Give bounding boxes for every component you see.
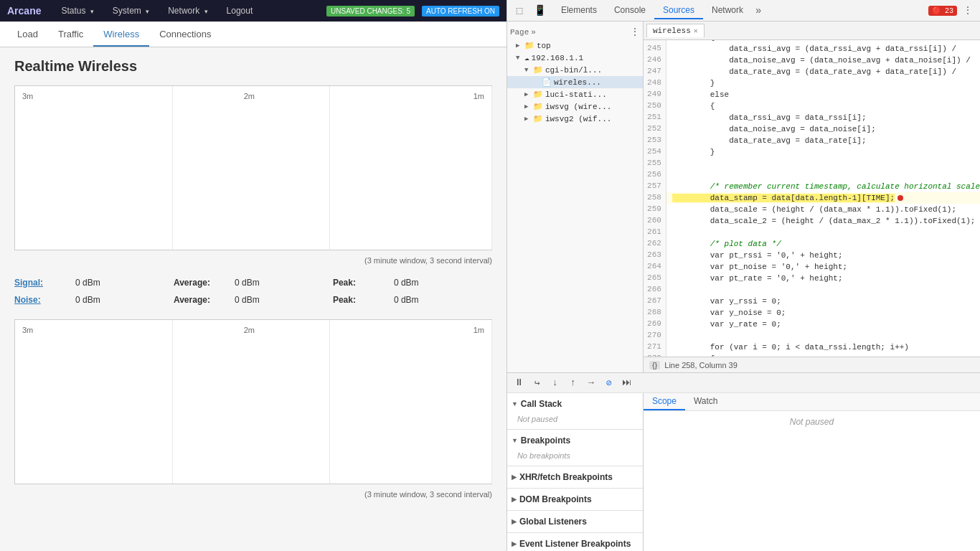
code-line-270: 270	[644, 330, 980, 342]
line-number[interactable]: 251	[644, 112, 666, 123]
line-number[interactable]: 259	[644, 204, 666, 215]
line-number[interactable]: 265	[644, 273, 666, 284]
line-number[interactable]: 270	[644, 330, 666, 342]
global-title[interactable]: ▶ Global Listeners	[512, 514, 639, 529]
devtools-inspect-btn[interactable]: ⬚	[511, 2, 528, 19]
tree-luci[interactable]: ▶ 📁 luci-stati...	[507, 88, 643, 100]
code-line-266: 266	[644, 284, 980, 296]
code-line-256: 256	[644, 169, 980, 181]
line-number[interactable]: 267	[644, 296, 666, 307]
file-tree: Page » ⋮ ▶ 📁 top ▼ ☁ 192.168.1.1 ▼ 📁 cgi…	[507, 22, 644, 372]
line-number[interactable]: 252	[644, 123, 666, 135]
line-number[interactable]: 249	[644, 89, 666, 100]
devtools-tab-elements[interactable]: Elements	[552, 2, 606, 19]
debug-step-out-btn[interactable]: ↑	[565, 375, 581, 391]
chart2-label-left: 3m	[22, 326, 33, 334]
line-number[interactable]: 253	[644, 135, 666, 146]
line-content: /* remember current timestamp, calculate…	[666, 181, 980, 192]
tab-traffic[interactable]: Traffic	[48, 23, 93, 47]
line-number[interactable]: 258	[644, 192, 666, 204]
line-number[interactable]: 263	[644, 250, 666, 261]
devtools-device-btn[interactable]: 📱	[532, 2, 549, 19]
global-arrow: ▶	[512, 518, 517, 525]
devtools-tab-sources[interactable]: Sources	[654, 2, 703, 19]
scope-tab[interactable]: Scope	[644, 393, 685, 410]
breakpoints-title[interactable]: ▼ Breakpoints	[512, 433, 639, 448]
line-number[interactable]: 271	[644, 342, 666, 353]
file-tab-wireless[interactable]: wireless ✕	[646, 24, 705, 37]
line-number[interactable]: 247	[644, 66, 666, 77]
event-arrow: ▶	[512, 540, 517, 547]
tree-top[interactable]: ▶ 📁 top	[507, 39, 643, 52]
line-number[interactable]: 255	[644, 158, 666, 169]
tree-iwsvg2[interactable]: ▶ 📁 iwsvg2 (wif...	[507, 113, 643, 125]
line-number[interactable]: 250	[644, 100, 666, 112]
tree-iwsvg[interactable]: ▶ 📁 iwsvg (wire...	[507, 100, 643, 113]
chart1-label-center: 2m	[244, 92, 255, 100]
chart1-grid: 3m 2m 1m	[15, 86, 491, 250]
chart2-container: 3m 2m 1m	[14, 319, 492, 484]
line-content: var pt_rate = '0,' + height;	[666, 273, 980, 284]
line-content	[666, 169, 980, 181]
curly-braces-icon: {}	[649, 361, 660, 369]
watch-tab[interactable]: Watch	[685, 393, 727, 410]
debug-deactivate-btn[interactable]: ⊘	[601, 375, 617, 391]
line-number[interactable]: 245	[644, 43, 666, 55]
no-breakpoints-msg: No breakpoints	[512, 448, 639, 463]
line-content: for (var i = 0; i < data_rssi.length; i+…	[666, 342, 980, 353]
debug-step-btn[interactable]: →	[583, 375, 599, 391]
tab-wireless[interactable]: Wireless	[93, 23, 149, 47]
line-number[interactable]: 246	[644, 55, 666, 66]
line-number[interactable]: 257	[644, 181, 666, 192]
nav-logout[interactable]: Logout	[221, 3, 259, 19]
debug-step-into-btn[interactable]: ↓	[547, 375, 563, 391]
xhr-title[interactable]: ▶ XHR/fetch Breakpoints	[512, 469, 639, 485]
line-number[interactable]: 260	[644, 215, 666, 227]
dom-title[interactable]: ▶ DOM Breakpoints	[512, 491, 639, 507]
dom-arrow: ▶	[512, 496, 517, 503]
debug-pause-btn[interactable]: ⏸	[512, 375, 527, 391]
line-number[interactable]: 266	[644, 284, 666, 296]
global-section: ▶ Global Listeners	[507, 510, 643, 532]
line-number[interactable]: 262	[644, 238, 666, 250]
tab-load[interactable]: Load	[7, 23, 48, 47]
event-title[interactable]: ▶ Event Listener Breakpoints	[512, 536, 639, 551]
brand-logo: Arcane	[7, 5, 41, 17]
devtools-tab-console[interactable]: Console	[606, 2, 654, 19]
debug-ignore-btn[interactable]: ⏭	[619, 375, 635, 391]
tab-connections[interactable]: Connections	[149, 23, 221, 47]
devtools-more-tabs[interactable]: »	[752, 4, 765, 18]
nav-status[interactable]: Status ▾	[55, 3, 99, 19]
line-number[interactable]: 268	[644, 307, 666, 319]
signal-label: Signal:	[14, 278, 72, 288]
tree-ip[interactable]: ▼ ☁ 192.168.1.1	[507, 52, 643, 64]
call-stack-section: ▼ Call Stack Not paused	[507, 393, 643, 429]
signal-row: Signal: 0 dBm Average: 0 dBm Peak: 0 dBm	[14, 274, 492, 291]
nav-system[interactable]: System ▾	[107, 3, 155, 19]
tree-cgibin[interactable]: ▼ 📁 cgi-bin/l...	[507, 64, 643, 76]
tree-page-tab[interactable]: Page » ⋮	[507, 24, 643, 39]
devtools-tab-network[interactable]: Network	[703, 2, 752, 19]
line-number[interactable]: 269	[644, 319, 666, 330]
code-view[interactable]: 242243 if (i > 0)244 {245 data_rssi_avg …	[644, 40, 980, 357]
chart2-interval: (3 minute window, 3 second interval)	[14, 488, 492, 501]
line-number[interactable]: 248	[644, 77, 666, 89]
call-stack-title[interactable]: ▼ Call Stack	[512, 396, 639, 412]
tree-wireless-file[interactable]: 📄 wireles...	[507, 76, 643, 88]
line-content: data_scale_2 = (height / (data_max_2 * 1…	[666, 215, 980, 227]
line-number[interactable]: 254	[644, 146, 666, 158]
line-number[interactable]: 264	[644, 261, 666, 273]
line-number[interactable]: 256	[644, 169, 666, 181]
code-line-247: 247 data_rate_avg = (data_rate_avg + dat…	[644, 66, 980, 77]
debug-step-over-btn[interactable]: ↪	[529, 375, 545, 391]
nav-network[interactable]: Network ▾	[162, 3, 213, 19]
line-number[interactable]: 261	[644, 227, 666, 238]
scope-not-paused: Not paused	[644, 411, 980, 433]
line-content: else	[666, 89, 980, 100]
line-content: }	[666, 77, 980, 89]
scope-watch-tabs: Scope Watch	[644, 393, 980, 411]
file-tab-close[interactable]: ✕	[694, 27, 698, 35]
line-content	[666, 330, 980, 342]
chart1-label-right: 1m	[473, 92, 484, 100]
devtools-settings-btn[interactable]: ⋮	[959, 3, 976, 18]
